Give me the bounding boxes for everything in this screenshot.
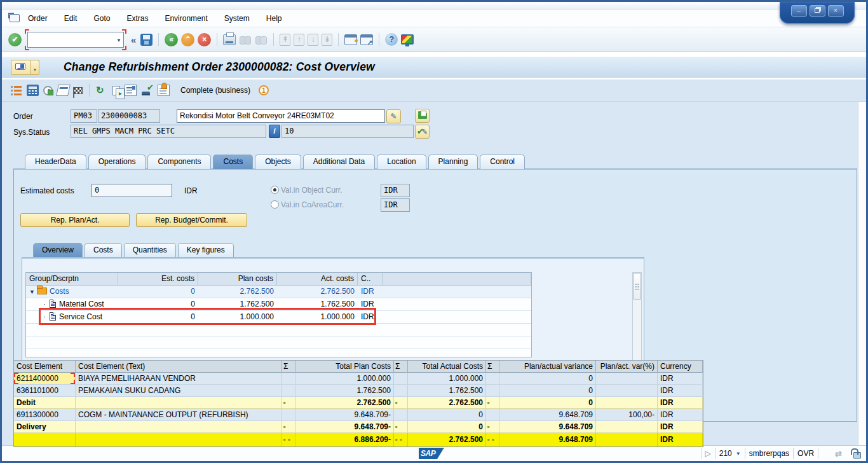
tab-location[interactable]: Location: [377, 155, 426, 169]
tree-header-est[interactable]: Est. costs: [118, 273, 198, 285]
calculator-icon[interactable]: [27, 85, 39, 96]
help-icon[interactable]: ?: [385, 33, 398, 46]
col-header-sum2[interactable]: Σ: [394, 361, 408, 373]
order-status-icon[interactable]: [43, 86, 53, 95]
restore-button[interactable]: [810, 5, 825, 17]
find-next-icon[interactable]: [255, 35, 268, 45]
complete-flag-icon[interactable]: [74, 87, 83, 94]
menu-edit[interactable]: Edit: [56, 11, 86, 25]
estimated-costs-input[interactable]: 0: [92, 184, 172, 197]
change-status-button[interactable]: [415, 125, 430, 139]
back-icon[interactable]: «: [165, 33, 178, 46]
close-button[interactable]: ×: [828, 5, 844, 17]
input-mode[interactable]: OVR: [797, 449, 814, 458]
tree-header-group[interactable]: Group/Dscrptn: [26, 273, 118, 285]
first-page-icon[interactable]: ↟: [280, 34, 290, 46]
menu-goto[interactable]: Goto: [85, 11, 118, 25]
screen-menu-icon[interactable]: [10, 14, 20, 22]
message-expand-icon[interactable]: ▷: [705, 449, 711, 458]
minimize-button[interactable]: –: [791, 5, 807, 17]
val-object-curr-radio[interactable]: [271, 186, 279, 194]
find-icon[interactable]: [239, 35, 252, 45]
order-description-input[interactable]: Rekondisi Motor Belt Conveyor 24RE03MT02: [177, 109, 385, 123]
menu-extras[interactable]: Extras: [118, 11, 156, 25]
gui-settings-icon[interactable]: [401, 34, 414, 45]
new-session-icon[interactable]: [344, 34, 357, 45]
tree-scrollbar-thumb[interactable]: [633, 273, 641, 300]
subtab-overview[interactable]: Overview: [33, 243, 83, 257]
subtab-costs[interactable]: Costs: [85, 243, 122, 257]
tab-components[interactable]: Components: [147, 155, 211, 169]
tab-objects[interactable]: Objects: [255, 155, 301, 169]
tab-additional-data[interactable]: Additional Data: [303, 155, 375, 169]
tab-planning[interactable]: Planning: [428, 155, 478, 169]
scrollbar-grip-icon: [635, 284, 640, 290]
menu-help[interactable]: Help: [258, 11, 290, 25]
menu-order[interactable]: Order: [20, 11, 56, 25]
complete-business-button[interactable]: Complete (business): [177, 85, 254, 96]
technical-complete-icon[interactable]: [141, 85, 153, 96]
gos-menu-dropdown[interactable]: ▼: [31, 60, 39, 75]
vertical-scrollbar-track[interactable]: [858, 102, 866, 445]
shortcut-icon[interactable]: [360, 34, 373, 45]
create-notification-button[interactable]: [415, 109, 430, 123]
collapse-node-icon[interactable]: ▼: [29, 286, 37, 298]
gos-menu-button[interactable]: [11, 60, 31, 75]
col-header-sum1[interactable]: Σ: [282, 361, 295, 373]
col-header-currency[interactable]: Currency: [658, 361, 703, 373]
last-page-icon[interactable]: ↡: [322, 34, 332, 46]
table-row-delivery-subtotal[interactable]: Delivery ■ 9.648.709- ■ 0 ■ 9.648.709 ID…: [14, 421, 703, 433]
menu-system[interactable]: System: [216, 11, 258, 25]
table-row[interactable]: 6211400000 BIAYA PEMELIHARAAN VENDOR 1.0…: [14, 373, 703, 385]
order-documents-icon[interactable]: [158, 85, 170, 96]
command-dropdown-icon[interactable]: ▼: [116, 38, 121, 43]
col-header-sum3[interactable]: Σ: [486, 361, 499, 373]
cell-text: COGM - MAINTANANCE OUTPUT (REFURBISH): [76, 409, 282, 421]
col-header-variance[interactable]: Plan/actual variance: [499, 361, 596, 373]
table-row[interactable]: 6361101000 PEMAKAIAN SUKU CADANG 1.762.5…: [14, 385, 703, 397]
tree-scrollbar[interactable]: [632, 272, 642, 361]
val-coarea-curr-radio[interactable]: [271, 200, 279, 209]
save-icon[interactable]: [140, 34, 153, 46]
tab-costs[interactable]: Costs: [213, 155, 253, 169]
tree-header-currency[interactable]: C..: [358, 273, 383, 285]
collapse-icon[interactable]: «: [130, 34, 137, 45]
col-header-total-actual[interactable]: Total Actual Costs: [408, 361, 486, 373]
subtab-quantities[interactable]: Quantities: [124, 243, 176, 257]
tab-control[interactable]: Control: [480, 155, 525, 169]
worklist-icon[interactable]: [10, 85, 22, 96]
copy-icon[interactable]: [112, 86, 120, 95]
col-header-cost-element-text[interactable]: Cost Element (Text): [76, 361, 282, 373]
table-row[interactable]: 6911300000 COGM - MAINTANANCE OUTPUT (RE…: [14, 409, 703, 421]
print-icon[interactable]: [223, 34, 236, 45]
release-card-icon[interactable]: [56, 85, 71, 96]
next-page-icon[interactable]: ↓: [308, 34, 318, 46]
session-dropdown-icon[interactable]: ▼: [736, 451, 741, 457]
selected-cell[interactable]: 6211400000: [14, 373, 76, 385]
up-icon[interactable]: ⌃: [181, 33, 194, 46]
col-header-variance-pct[interactable]: Plan/act. var(%): [596, 361, 658, 373]
edit-description-button[interactable]: ✎: [386, 109, 401, 123]
col-header-cost-element[interactable]: Cost Element: [14, 361, 76, 373]
tree-row-costs[interactable]: ▼Costs 0 2.762.500 2.762.500 IDR: [26, 286, 531, 298]
cancel-icon[interactable]: ×: [198, 33, 211, 46]
tab-operations[interactable]: Operations: [88, 155, 146, 169]
message-count-badge[interactable]: 1: [259, 85, 269, 95]
previous-page-icon[interactable]: ↑: [294, 34, 304, 46]
determine-costs-icon[interactable]: [96, 85, 108, 96]
col-header-total-plan[interactable]: Total Plan Costs: [295, 361, 394, 373]
subtab-key-figures[interactable]: Key figures: [178, 243, 234, 257]
rep-budget-commit-button[interactable]: Rep. Budget/Commit.: [136, 213, 247, 227]
status-info-button[interactable]: i: [269, 125, 280, 138]
rep-plan-act-button[interactable]: Rep. Plan/Act.: [20, 213, 130, 227]
enter-check-icon[interactable]: ✔: [8, 33, 22, 46]
table-row-debit-subtotal[interactable]: Debit ■ 2.762.500 ■ 2.762.500 ■ 0 IDR: [14, 397, 703, 409]
table-row-grand-total[interactable]: ■ ■ 6.886.209- ■ ■ 2.762.500 ■ ■ 9.648.7…: [14, 433, 703, 446]
command-input[interactable]: [27, 32, 124, 48]
menu-environment[interactable]: Environment: [156, 11, 215, 25]
long-text-icon[interactable]: [125, 85, 137, 96]
tree-header-plan[interactable]: Plan costs: [198, 273, 277, 285]
tab-headerdata[interactable]: HeaderData: [25, 155, 86, 169]
session-number[interactable]: 210: [719, 449, 732, 458]
tree-header-act[interactable]: Act. costs: [277, 273, 358, 285]
